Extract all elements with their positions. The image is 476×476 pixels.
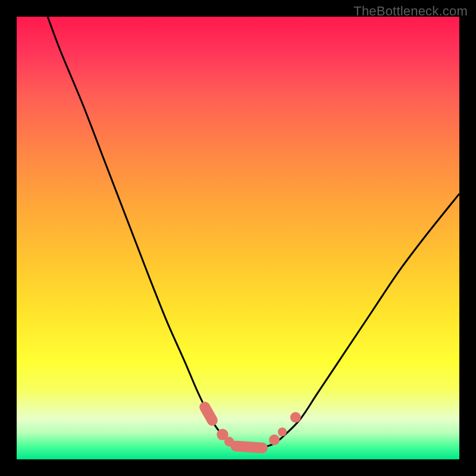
plot-area — [17, 17, 459, 459]
data-capsule-marker — [236, 446, 262, 448]
curve-svg — [17, 17, 459, 459]
curve-markers — [205, 407, 300, 447]
bottleneck-curve — [48, 17, 459, 449]
data-point-marker — [278, 427, 287, 436]
data-point-marker — [290, 412, 301, 422]
data-point-marker — [269, 434, 280, 445]
data-capsule-marker — [205, 407, 212, 420]
watermark-text: TheBottleneck.com — [353, 4, 468, 19]
chart-frame: TheBottleneck.com — [0, 0, 476, 476]
